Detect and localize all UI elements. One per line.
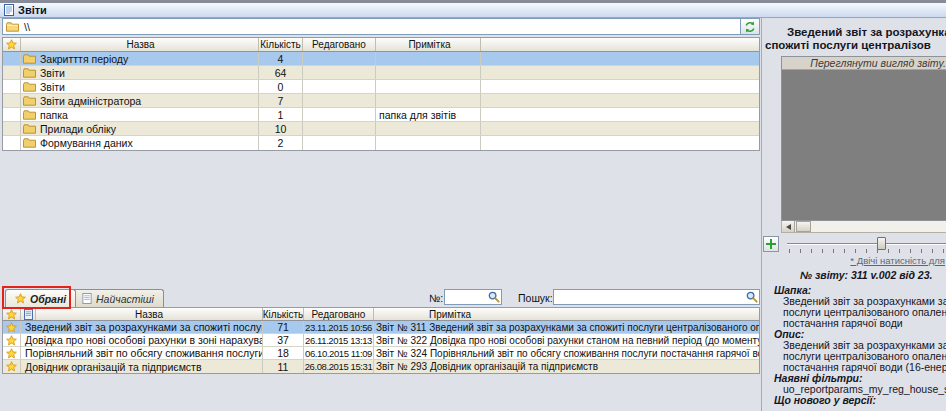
folder-path-field[interactable]: \\	[2, 18, 741, 35]
table-row[interactable]: Довідник організацій та підприємств 11 2…	[3, 360, 759, 373]
star-icon	[6, 39, 17, 50]
favorite-column-header[interactable]	[3, 38, 21, 51]
tab-frequent[interactable]: Найчастіші	[72, 289, 164, 307]
star-icon[interactable]	[6, 335, 17, 346]
column-header-count[interactable]: Кількість	[259, 38, 303, 51]
folders-table-header: Назва Кількість Редаговано Примітка	[3, 38, 759, 52]
report-edited: 26.11.2015 13:13	[304, 334, 374, 346]
folder-edited	[303, 66, 376, 79]
folder-name: папка	[40, 109, 68, 121]
report-list-icon	[82, 293, 92, 304]
scrollbar-thumb[interactable]	[796, 221, 811, 232]
folder-name: Звіти	[40, 81, 65, 93]
report-edited: 26.08.2015 15:31	[304, 360, 374, 373]
preview-canvas[interactable]	[782, 70, 946, 220]
report-edited: 06.10.2015 11:09	[304, 347, 374, 359]
table-row[interactable]: Закритття періоду 4	[3, 52, 759, 66]
column-header-count[interactable]: Кількість	[263, 308, 304, 320]
folder-count: 4	[259, 52, 303, 65]
column-header-edited[interactable]: Редаговано	[304, 308, 374, 320]
report-number: № звіту: 311 v.002 від 23.	[762, 269, 946, 281]
reports-window: Звіти \\ Назва Кільк	[0, 0, 946, 411]
text-search-wrap	[553, 289, 760, 305]
report-name: Зведений звіт за розрахунками за спожиті…	[21, 321, 263, 333]
table-row[interactable]: Порівняльний звіт по обсягу споживання п…	[3, 347, 759, 360]
table-row[interactable]: Звіти адміністратора 7	[3, 94, 759, 108]
folder-icon	[23, 54, 36, 64]
table-row[interactable]: Зведений звіт за розрахунками за спожиті…	[3, 321, 759, 334]
report-note: Звіт № 324 Порівняльний звіт по обсягу с…	[374, 347, 759, 359]
table-row[interactable]: Звіти 64	[3, 66, 759, 80]
zoom-in-button[interactable]	[763, 236, 779, 252]
star-icon	[15, 293, 26, 304]
folder-name: Звіти адміністратора	[40, 95, 141, 107]
section-heading-whats-new: Що нового у версії:	[762, 395, 946, 406]
text-search-label: Пошук:	[518, 292, 553, 304]
favorites-table: Назва Кількість Редаговано Примітка Звед…	[2, 307, 760, 374]
column-header-note[interactable]: Примітка	[374, 308, 759, 320]
number-search-input[interactable]	[445, 291, 488, 303]
report-icon	[24, 309, 33, 320]
folder-edited	[303, 108, 376, 121]
number-search-wrap	[444, 289, 502, 305]
folder-count: 64	[259, 66, 303, 79]
zoom-hint-link[interactable]: * Двічі натисність для	[762, 255, 946, 266]
zoom-slider[interactable]	[785, 236, 946, 254]
report-name: Довідник організацій та підприємств	[21, 360, 263, 373]
window-titlebar: Звіти	[0, 3, 946, 18]
folder-note	[376, 122, 481, 135]
table-row[interactable]: папка 1 папка для звітів	[3, 108, 759, 122]
report-type-column-header[interactable]	[21, 308, 36, 320]
table-row[interactable]: Формування даних 2	[3, 136, 759, 150]
search-icon[interactable]	[488, 291, 500, 303]
refresh-icon	[744, 21, 756, 33]
folder-note	[376, 66, 481, 79]
column-header-edited[interactable]: Редаговано	[303, 38, 376, 51]
text-search-input[interactable]	[554, 291, 746, 303]
table-row[interactable]: Довідка про нові особові рахунки в зоні …	[3, 334, 759, 347]
current-path: \\	[24, 21, 30, 33]
star-icon[interactable]	[6, 361, 17, 372]
tab-favorites-label: Обрані	[30, 293, 66, 305]
favorites-table-header: Назва Кількість Редаговано Примітка	[3, 308, 759, 321]
folder-name: Звіти	[40, 67, 65, 79]
folder-edited	[303, 80, 376, 93]
preview-hscrollbar[interactable]	[781, 221, 946, 233]
report-note: Звіт № 293 Довідник організацій та підпр…	[374, 360, 759, 373]
folder-edited	[303, 52, 376, 65]
main-area: \\ Назва Кількість Редаговано Примітка	[0, 18, 946, 411]
table-row[interactable]: Прилади обліку 10	[3, 122, 759, 136]
star-icon[interactable]	[6, 322, 17, 333]
report-preview-box[interactable]: Переглянути вигляд звіту...	[781, 56, 946, 221]
folder-edited	[303, 136, 376, 150]
table-row[interactable]: Звіти 0	[3, 80, 759, 94]
scroll-left-button[interactable]	[782, 221, 795, 232]
column-header-name[interactable]: Назва	[36, 308, 263, 320]
report-count: 71	[263, 321, 304, 333]
refresh-button[interactable]	[741, 18, 760, 35]
folder-icon	[23, 96, 36, 106]
tabs-row: Обрані Найчастіші №: Пошук:	[2, 288, 760, 307]
search-icon[interactable]	[746, 291, 758, 303]
folder-name: Формування даних	[40, 137, 133, 149]
favorite-column-header[interactable]	[3, 308, 21, 320]
folder-note	[376, 80, 481, 93]
left-arrow-icon	[786, 224, 791, 230]
number-search-label: №:	[429, 292, 443, 304]
folder-icon	[23, 110, 36, 120]
tab-favorites[interactable]: Обрані	[5, 289, 76, 307]
star-icon	[6, 309, 17, 320]
report-note: Звіт № 311 Зведений звіт за розрахунками…	[374, 321, 759, 333]
column-header-name[interactable]: Назва	[21, 38, 259, 51]
star-icon[interactable]	[6, 348, 17, 359]
report-details: Шапка: Зведений звіт за розрахунками за …	[762, 285, 946, 406]
report-count: 37	[263, 334, 304, 346]
slider-track[interactable]	[787, 243, 946, 245]
report-count: 18	[263, 347, 304, 359]
folder-icon	[23, 138, 36, 148]
tab-frequent-label: Найчастіші	[96, 293, 154, 305]
column-header-note[interactable]: Примітка	[376, 38, 481, 51]
report-edited: 23.11.2015 10:56	[304, 321, 374, 333]
report-name: Довідка про нові особові рахунки в зоні …	[21, 334, 263, 346]
preview-caption: Переглянути вигляд звіту...	[782, 57, 946, 70]
